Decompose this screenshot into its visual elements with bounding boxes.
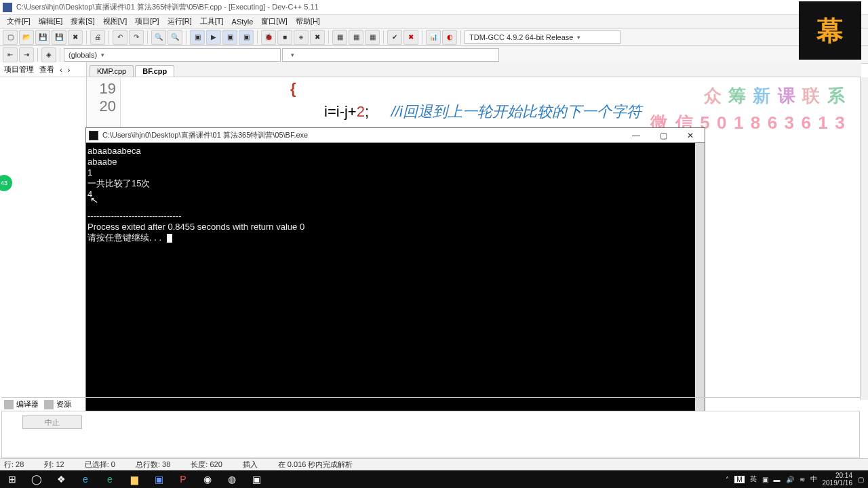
menu-help[interactable]: 帮助[H]	[292, 16, 324, 26]
grid1-icon[interactable]: ▦	[332, 30, 347, 45]
menu-search[interactable]: 搜索[S]	[66, 16, 98, 26]
tray-speech-icon[interactable]: ▣	[762, 476, 768, 483]
explorer-icon[interactable]: ▆	[122, 470, 146, 488]
tab-compiler[interactable]: 编译器	[4, 399, 39, 409]
tray-chevron-up-icon[interactable]: ˄	[726, 476, 729, 483]
stop-button[interactable]: 中止	[22, 415, 82, 429]
cursor-arrow-icon: ↖	[90, 194, 100, 206]
open-file-icon[interactable]: 📂	[19, 30, 34, 45]
delete-icon[interactable]: ✖	[310, 30, 325, 45]
logo-text: 幕	[816, 12, 844, 49]
code-comment: //i回退到上一轮开始比较的下一个字符	[391, 103, 642, 120]
separator	[108, 30, 109, 44]
project-panel-tabs: 项目管理 查看 ‹ ›	[0, 62, 86, 77]
maximize-button[interactable]: ▢	[654, 131, 672, 140]
bottom-panel: 中止	[1, 411, 860, 458]
back-icon[interactable]: ⇤	[3, 47, 18, 62]
grid3-icon[interactable]: ▦	[365, 30, 380, 45]
devcpp-icon[interactable]: ▣	[146, 470, 171, 488]
cmd-icon[interactable]: ▣	[244, 470, 269, 488]
app-icon-1[interactable]: ❖	[49, 470, 73, 488]
undo-icon[interactable]: ↶	[113, 30, 127, 45]
grid2-icon[interactable]: ▦	[349, 30, 363, 45]
save-icon[interactable]: 💾	[35, 30, 50, 45]
new-file-icon[interactable]: ▢	[3, 30, 18, 45]
compiler-select-value: TDM-GCC 4.9.2 64-bit Release	[469, 33, 573, 41]
edge-icon[interactable]: e	[98, 470, 122, 488]
replace-icon[interactable]: 🔍	[167, 30, 182, 45]
badge-text: 43	[1, 180, 7, 186]
tray-battery-icon[interactable]: ▬	[774, 476, 781, 483]
menu-edit[interactable]: 编辑[E]	[35, 16, 66, 26]
member-select[interactable]: ▾	[282, 48, 499, 62]
profile-icon[interactable]: ⎈	[294, 30, 309, 45]
menu-astyle[interactable]: AStyle	[228, 18, 258, 26]
rec-icon[interactable]: ◐	[442, 30, 457, 45]
tab-nav-prev[interactable]: ‹	[60, 66, 62, 74]
obs-icon[interactable]: ◍	[220, 470, 244, 488]
compile-icon[interactable]: ▣	[190, 30, 205, 45]
minimize-button[interactable]: —	[627, 131, 645, 140]
run-icon[interactable]: ▶	[206, 30, 221, 45]
powerpoint-icon[interactable]: P	[171, 470, 195, 488]
tab-project-manage[interactable]: 项目管理	[4, 64, 34, 75]
chevron-down-icon: ▾	[577, 34, 580, 41]
print-icon[interactable]: 🖨	[90, 30, 105, 45]
menu-window[interactable]: 窗口[W]	[257, 16, 292, 26]
bookmark-icon[interactable]: ◈	[41, 47, 56, 62]
redo-icon[interactable]: ↷	[129, 30, 144, 45]
find-icon[interactable]: 🔍	[151, 30, 166, 45]
menu-tools[interactable]: 工具[T]	[196, 16, 228, 26]
compile-run-icon[interactable]: ▣	[222, 30, 237, 45]
line-number: 19	[87, 80, 116, 98]
editor-tab-bf[interactable]: BF.cpp	[135, 65, 174, 77]
tab-resource[interactable]: 资源	[44, 399, 71, 409]
stats-icon[interactable]: 📊	[426, 30, 441, 45]
secondary-toolbar: ⇤ ⇥ ◈ (globals) ▾ ▾	[0, 46, 868, 64]
fwd-icon[interactable]: ⇥	[19, 47, 34, 62]
ime-lang[interactable]: 英	[750, 474, 757, 484]
debug-icon[interactable]: 🐞	[261, 30, 276, 45]
scope-select[interactable]: (globals) ▾	[64, 48, 281, 62]
stop-icon[interactable]: ■	[277, 30, 292, 45]
status-col: 列: 12	[44, 460, 64, 470]
close-button[interactable]: ✕	[682, 131, 699, 140]
console-titlebar[interactable]: C:\Users\ihjn0\Desktop\直播课件\01 算法365特训营\…	[86, 128, 705, 143]
app-icon	[3, 3, 12, 12]
menu-file[interactable]: 文件[F]	[3, 16, 35, 26]
wm-char: 联	[802, 85, 827, 106]
separator	[328, 30, 329, 44]
editor-tab-kmp[interactable]: KMP.cpp	[90, 65, 134, 77]
menu-run[interactable]: 运行[R]	[163, 16, 196, 26]
separator	[257, 30, 258, 44]
x-icon[interactable]: ✖	[403, 30, 418, 45]
start-button[interactable]: ⊞	[0, 470, 24, 488]
save-all-icon[interactable]: 💾	[52, 30, 66, 45]
wm-char: 众	[704, 85, 728, 106]
menu-project[interactable]: 项目[P]	[131, 16, 163, 26]
status-ins: 插入	[243, 460, 258, 470]
tray-network-icon[interactable]: ≋	[800, 476, 805, 483]
rebuild-icon[interactable]: ▣	[239, 30, 254, 45]
cortana-icon[interactable]: ◯	[24, 470, 49, 488]
tray-volume-icon[interactable]: 🔊	[786, 476, 794, 483]
tab-view[interactable]: 查看	[39, 64, 54, 75]
chrome-icon[interactable]: ◉	[195, 470, 220, 488]
exe-icon	[89, 131, 98, 140]
notifications-icon[interactable]: ▢	[858, 476, 864, 483]
menu-view[interactable]: 视图[V]	[99, 16, 131, 26]
ime-indicator[interactable]: M	[734, 476, 744, 483]
status-len: 长度: 620	[191, 460, 222, 470]
compiler-select[interactable]: TDM-GCC 4.9.2 64-bit Release ▾	[465, 30, 620, 44]
editor-scrollbar[interactable]	[860, 77, 868, 400]
tray-clock[interactable]: 20:14 2019/1/16	[823, 472, 853, 487]
check-icon[interactable]: ✔	[387, 30, 402, 45]
ie-icon[interactable]: e	[73, 470, 98, 488]
status-parse: 在 0.016 秒内完成解析	[278, 460, 353, 470]
chevron-down-icon: ▾	[291, 52, 294, 58]
resource-icon	[44, 400, 54, 409]
ime-cn[interactable]: 中	[810, 474, 817, 484]
main-toolbar: ▢ 📂 💾 💾 ✖ 🖨 ↶ ↷ 🔍 🔍 ▣ ▶ ▣ ▣ 🐞 ■ ⎈ ✖ ▦ ▦ …	[0, 28, 868, 46]
close-file-icon[interactable]: ✖	[68, 30, 83, 45]
tab-nav-next[interactable]: ›	[68, 66, 71, 74]
